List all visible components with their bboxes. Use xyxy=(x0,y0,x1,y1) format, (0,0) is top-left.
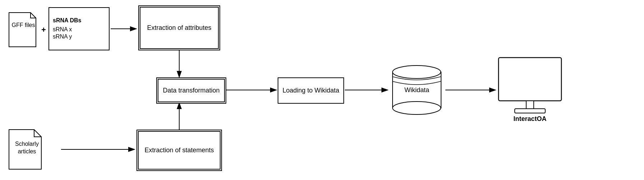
svg-rect-14 xyxy=(515,109,545,113)
extraction-attributes-label: Extraction of attributes xyxy=(147,24,211,32)
svg-rect-12 xyxy=(499,58,561,101)
scholarly-articles-label: Scholarly articles xyxy=(7,140,47,156)
svg-point-11 xyxy=(393,102,441,114)
scholarly-articles-doc: Scholarly articles xyxy=(7,128,50,171)
gff-files-doc: GFF files xyxy=(7,11,40,49)
data-transformation-box: Data transformation xyxy=(156,77,226,104)
srna-dbs-box: sRNA DBs sRNA x sRNA y xyxy=(48,7,110,50)
srna-x-label: sRNA x xyxy=(53,26,72,33)
interactoa-monitor: InteractOA xyxy=(497,56,563,128)
data-transformation-label: Data transformation xyxy=(163,86,219,95)
loading-wikidata-box: Loading to Wikidata xyxy=(278,77,344,104)
extraction-attributes-box: Extraction of attributes xyxy=(138,5,220,50)
plus-symbol: + xyxy=(41,25,46,35)
svg-point-10 xyxy=(393,66,441,78)
extraction-statements-box: Extraction of statements xyxy=(136,130,222,171)
interactoa-label: InteractOA xyxy=(497,115,563,123)
loading-wikidata-label: Loading to Wikidata xyxy=(282,86,339,95)
wikidata-label: Wikidata xyxy=(389,86,445,94)
diagram: GFF files + sRNA DBs sRNA x sRNA y Extra… xyxy=(0,0,644,180)
extraction-statements-label: Extraction of statements xyxy=(144,146,214,154)
srna-y-label: sRNA y xyxy=(53,33,72,41)
svg-rect-13 xyxy=(526,101,534,109)
gff-files-label: GFF files xyxy=(7,22,40,29)
srna-dbs-label: sRNA DBs xyxy=(53,17,81,24)
wikidata-cylinder: Wikidata xyxy=(389,63,445,117)
